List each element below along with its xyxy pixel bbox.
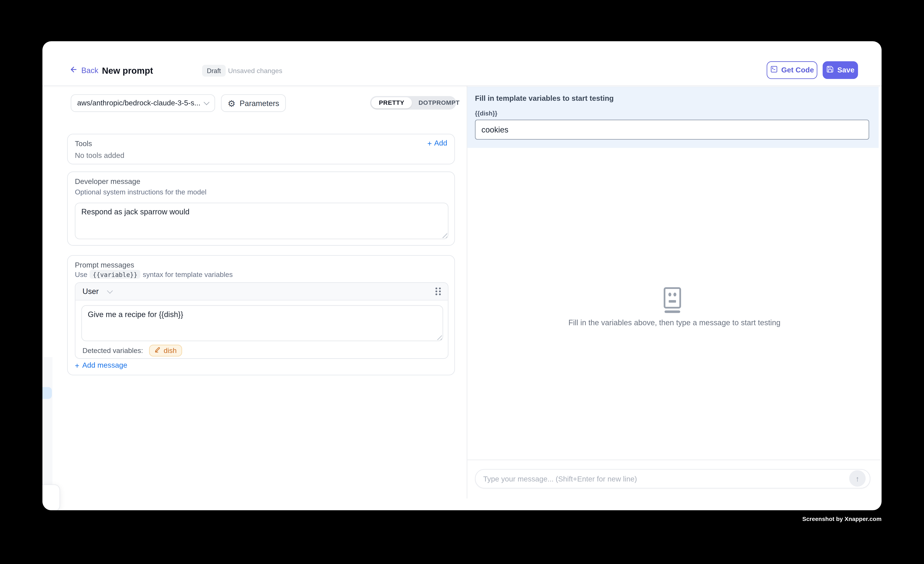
- page-title: New prompt: [102, 65, 153, 75]
- model-selector-value: aws/anthropic/bedrock-claude-3-5-s...: [77, 99, 204, 107]
- message-header: User: [75, 283, 448, 300]
- subtitle-prefix: Use: [75, 270, 87, 278]
- message-role-select[interactable]: User: [82, 287, 112, 296]
- save-label: Save: [837, 66, 855, 74]
- tools-card: Tools + Add No tools added: [67, 134, 455, 164]
- variables-panel-heading: Fill in template variables to start test…: [475, 94, 614, 102]
- add-message-label: Add message: [82, 361, 127, 369]
- detected-variables-row: Detected variables: dish: [82, 344, 182, 357]
- add-tool-label: Add: [434, 139, 447, 147]
- corner-popover-fragment: [42, 484, 60, 510]
- draft-status-badge: Draft: [202, 65, 225, 76]
- developer-card-subtitle: Optional system instructions for the mod…: [75, 188, 206, 196]
- variable-value-input[interactable]: [475, 120, 869, 140]
- message-field-wrap: Give me a recipe for {{dish}}: [81, 305, 443, 341]
- plus-icon: +: [428, 140, 432, 147]
- chevron-down-icon: [204, 99, 210, 105]
- parameters-label: Parameters: [240, 99, 279, 108]
- developer-message-textarea[interactable]: Respond as jack sparrow would: [75, 202, 448, 239]
- prompt-message-block: User Give me a recipe for {{dish}} Detec…: [75, 282, 448, 359]
- subtitle-suffix: syntax for template variables: [143, 270, 233, 278]
- save-button[interactable]: Save: [823, 62, 858, 79]
- robot-face-icon: [661, 287, 684, 315]
- developer-message-card: Developer message Optional system instru…: [67, 171, 455, 246]
- app-window: Back New prompt Draft Unsaved changes Ge…: [42, 41, 882, 510]
- chat-message-input[interactable]: [475, 469, 870, 489]
- tools-card-title: Tools: [75, 140, 92, 148]
- prompt-card-title: Prompt messages: [75, 261, 134, 269]
- detected-variables-label: Detected variables:: [82, 346, 143, 355]
- watermark-text: Screenshot by Xnapper.com: [648, 516, 882, 522]
- arrow-left-icon: [69, 65, 78, 75]
- drag-handle-icon[interactable]: [435, 288, 441, 295]
- template-variables-panel: Fill in template variables to start test…: [467, 87, 879, 148]
- chat-input-divider: [467, 460, 882, 460]
- empty-state-text: Fill in the variables above, then type a…: [467, 318, 882, 327]
- save-icon: [826, 65, 834, 75]
- collapsed-sidebar-strip: [42, 357, 52, 484]
- sidebar-active-highlight: [42, 387, 52, 399]
- variable-chip-dish[interactable]: dish: [149, 345, 182, 357]
- gear-icon: ⚙: [228, 99, 236, 108]
- format-toggle: PRETTY DOTPROMPT: [370, 96, 456, 110]
- plus-icon: +: [75, 362, 79, 369]
- unsaved-changes-text: Unsaved changes: [228, 67, 282, 74]
- terminal-icon: [770, 65, 778, 75]
- back-label: Back: [81, 66, 98, 75]
- add-tool-button[interactable]: + Add: [428, 139, 447, 147]
- arrow-up-icon: ↑: [855, 474, 860, 483]
- prompt-messages-card: Prompt messages Use {{variable}} syntax …: [67, 255, 455, 375]
- message-textarea[interactable]: Give me a recipe for {{dish}}: [81, 305, 443, 341]
- tools-empty-text: No tools added: [75, 152, 124, 160]
- back-button[interactable]: Back: [69, 65, 98, 75]
- pencil-icon: [154, 346, 160, 355]
- stage: Back New prompt Draft Unsaved changes Ge…: [0, 0, 924, 564]
- toggle-option-pretty[interactable]: PRETTY: [371, 97, 412, 108]
- developer-message-field-wrap: Respond as jack sparrow would: [75, 202, 448, 239]
- send-button[interactable]: ↑: [849, 470, 866, 487]
- variable-chip-label: dish: [164, 346, 177, 355]
- developer-card-title: Developer message: [75, 177, 140, 186]
- prompt-card-subtitle: Use {{variable}} syntax for template var…: [75, 270, 232, 279]
- get-code-label: Get Code: [781, 66, 814, 74]
- header: Back New prompt Draft Unsaved changes Ge…: [42, 41, 882, 86]
- variable-syntax-chip: {{variable}}: [90, 270, 140, 279]
- get-code-button[interactable]: Get Code: [767, 62, 818, 79]
- message-role-value: User: [82, 287, 99, 296]
- add-message-button[interactable]: + Add message: [75, 361, 127, 369]
- parameters-button[interactable]: ⚙ Parameters: [221, 94, 286, 112]
- variable-field-label: {{dish}}: [475, 110, 497, 117]
- toggle-option-dotprompt[interactable]: DOTPROMPT: [412, 97, 466, 108]
- chevron-down-icon: [107, 288, 113, 294]
- model-selector[interactable]: aws/anthropic/bedrock-claude-3-5-s...: [71, 94, 215, 112]
